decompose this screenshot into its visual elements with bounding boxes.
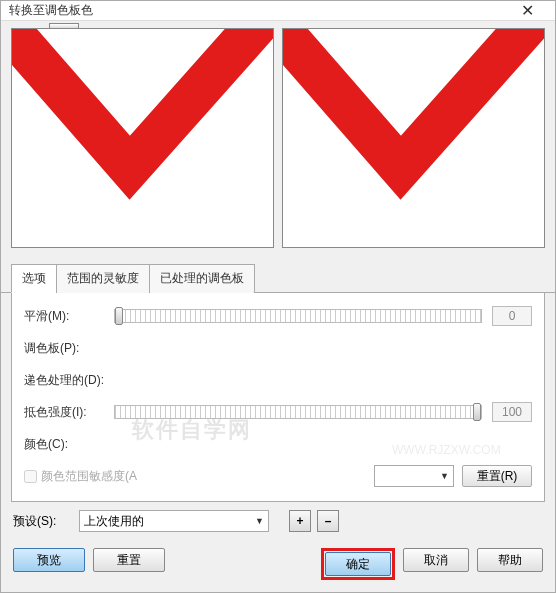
intensity-slider-thumb[interactable] bbox=[473, 403, 481, 421]
tab-sensitivity[interactable]: 范围的灵敏度 bbox=[56, 264, 150, 293]
preset-label: 预设(S): bbox=[13, 513, 73, 530]
cancel-button[interactable]: 取消 bbox=[403, 548, 469, 572]
toolbar-strip bbox=[1, 21, 555, 22]
tab-bar: 选项 范围的灵敏度 已处理的调色板 bbox=[1, 264, 555, 293]
help-button[interactable]: 帮助 bbox=[477, 548, 543, 572]
dialog-title: 转换至调色板色 bbox=[9, 2, 507, 19]
smooth-value: 0 bbox=[492, 306, 532, 326]
intensity-value: 100 bbox=[492, 402, 532, 422]
preset-dropdown[interactable]: 上次使用的 ▼ bbox=[79, 510, 269, 532]
preview-area bbox=[1, 22, 555, 258]
reset-r-button[interactable]: 重置(R) bbox=[462, 465, 532, 487]
ok-button[interactable]: 确定 bbox=[325, 552, 391, 576]
preview-after[interactable] bbox=[282, 28, 545, 248]
ok-highlight: 确定 bbox=[321, 548, 395, 580]
range-sensitivity-checkbox bbox=[24, 470, 37, 483]
palette-label: 调色板(P): bbox=[24, 340, 114, 357]
tab-content-options: 平滑(M): 0 调色板(P): 递色处理的(D): 抵色强度(I): 100 … bbox=[11, 293, 545, 502]
preset-row: 预设(S): 上次使用的 ▼ + – bbox=[1, 502, 555, 540]
smooth-label: 平滑(M): bbox=[24, 308, 114, 325]
color-dropdown[interactable]: ▼ bbox=[374, 465, 454, 487]
dialog-convert-to-palette: 转换至调色板色 ✕ 选项 范围的灵敏度 已处理的调色板 平滑(M): 0 bbox=[0, 0, 556, 593]
tab-options[interactable]: 选项 bbox=[11, 264, 57, 293]
smooth-slider[interactable] bbox=[114, 309, 482, 323]
remove-preset-button[interactable]: – bbox=[317, 510, 339, 532]
intensity-slider[interactable] bbox=[114, 405, 482, 419]
smooth-slider-thumb[interactable] bbox=[115, 307, 123, 325]
preset-value: 上次使用的 bbox=[84, 513, 144, 530]
tab-processed-palette[interactable]: 已处理的调色板 bbox=[149, 264, 255, 293]
preview-button[interactable]: 预览 bbox=[13, 548, 85, 572]
range-sensitivity-label: 颜色范围敏感度(A bbox=[41, 468, 137, 485]
titlebar: 转换至调色板色 ✕ bbox=[1, 1, 555, 21]
reset-button[interactable]: 重置 bbox=[93, 548, 165, 572]
add-preset-button[interactable]: + bbox=[289, 510, 311, 532]
dither-label: 递色处理的(D): bbox=[24, 372, 114, 389]
dialog-buttons: 预览 重置 确定 取消 帮助 bbox=[1, 540, 555, 592]
preview-before[interactable] bbox=[11, 28, 274, 248]
chevron-down-icon: ▼ bbox=[255, 516, 264, 526]
close-icon[interactable]: ✕ bbox=[507, 1, 547, 20]
color-label: 颜色(C): bbox=[24, 436, 114, 453]
intensity-label: 抵色强度(I): bbox=[24, 404, 114, 421]
chevron-down-icon: ▼ bbox=[440, 471, 449, 481]
